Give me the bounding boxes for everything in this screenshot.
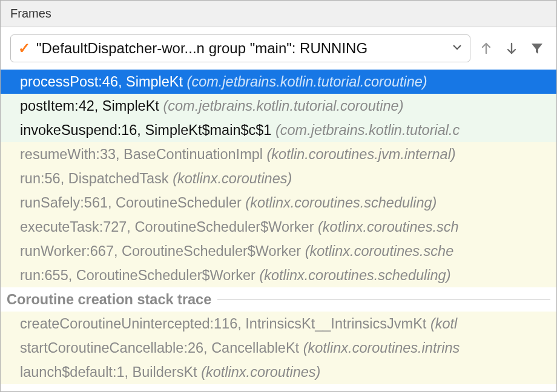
frame-method: run:56, DispatchedTask: [20, 171, 169, 186]
panel-title: Frames: [1, 1, 556, 27]
frame-package: (kotlin.coroutines.jvm.internal): [267, 146, 456, 162]
frame-method: postItem:42, SimpleKt: [20, 98, 159, 114]
chevron-down-icon: [452, 42, 463, 55]
frame-method: startCoroutineCancellable:26, Cancellabl…: [20, 340, 299, 356]
stack-trace-separator: Coroutine creation stack trace: [1, 287, 556, 312]
frames-list[interactable]: processPost:46, SimpleKt (com.jetbrains.…: [1, 70, 556, 391]
frame-package: (kotlinx.coroutines.scheduling): [245, 195, 437, 211]
frame-method: resumeWith:33, BaseContinuationImpl: [20, 146, 263, 162]
frame-method: runSafely:561, CoroutineScheduler: [20, 195, 242, 211]
stack-frame[interactable]: resumeWith:33, BaseContinuationImpl (kot…: [1, 142, 556, 166]
checkmark-icon: ✓: [18, 40, 30, 57]
frame-method: processPost:46, SimpleKt: [20, 74, 183, 90]
frame-package: (kotlinx.coroutines.intrins: [303, 340, 460, 356]
frame-package: (kotlinx.coroutines.scheduling): [259, 267, 450, 283]
stack-frame[interactable]: launch$default:1, BuildersKt (kotlinx.co…: [1, 360, 556, 384]
frames-toolbar: ✓ "DefaultDispatcher-wor...n group "main…: [1, 27, 556, 70]
stack-frame[interactable]: createCoroutineUnintercepted:116, Intrin…: [1, 312, 556, 336]
stack-frame[interactable]: run:56, DispatchedTask (kotlinx.coroutin…: [1, 166, 556, 191]
frame-package: (kotlinx.coroutines): [201, 364, 320, 380]
frame-package: (com.jetbrains.kotlin.tutorial.c: [275, 122, 460, 138]
stack-frame[interactable]: processPost:46, SimpleKt (com.jetbrains.…: [1, 70, 556, 94]
frame-package: (com.jetbrains.kotlin.tutorial.coroutine…: [163, 98, 403, 114]
stack-frame[interactable]: runWorker:667, CoroutineScheduler$Worker…: [1, 239, 556, 263]
stack-frame[interactable]: invokeSuspend:16, SimpleKt$main$c$1 (com…: [1, 118, 556, 142]
separator-label: Coroutine creation stack trace: [7, 290, 211, 309]
separator-line: [217, 299, 550, 300]
frame-package: (kotlinx.coroutines): [173, 171, 292, 186]
frame-method: createCoroutineUnintercepted:116, Intrin…: [20, 316, 426, 332]
stack-frame[interactable]: run:655, CoroutineScheduler$Worker (kotl…: [1, 263, 556, 287]
stack-frame[interactable]: startCoroutineCancellable:26, Cancellabl…: [1, 336, 556, 360]
frame-package: (kotl: [430, 316, 457, 332]
frame-method: executeTask:727, CoroutineScheduler$Work…: [20, 219, 314, 235]
previous-frame-button[interactable]: [476, 39, 496, 58]
stack-frame[interactable]: postItem:42, SimpleKt (com.jetbrains.kot…: [1, 94, 556, 118]
frame-package: (kotlinx.coroutines.sch: [318, 219, 459, 235]
frame-method: launch$default:1, BuildersKt: [20, 364, 197, 380]
frame-method: run:655, CoroutineScheduler$Worker: [20, 267, 255, 283]
thread-selector[interactable]: ✓ "DefaultDispatcher-wor...n group "main…: [10, 34, 470, 62]
frame-method: runWorker:667, CoroutineScheduler$Worker: [20, 243, 301, 259]
frame-package: (com.jetbrains.kotlin.tutorial.coroutine…: [187, 74, 427, 90]
thread-selector-label: "DefaultDispatcher-wor...n group "main":…: [36, 40, 446, 57]
next-frame-button[interactable]: [502, 39, 521, 58]
filter-button[interactable]: [527, 39, 547, 58]
frames-panel: Frames ✓ "DefaultDispatcher-wor...n grou…: [0, 0, 557, 392]
frame-package: (kotlinx.coroutines.sche: [305, 243, 454, 259]
stack-frame[interactable]: executeTask:727, CoroutineScheduler$Work…: [1, 215, 556, 239]
frame-method: invokeSuspend:16, SimpleKt$main$c$1: [20, 122, 271, 138]
stack-frame[interactable]: runSafely:561, CoroutineScheduler (kotli…: [1, 191, 556, 215]
